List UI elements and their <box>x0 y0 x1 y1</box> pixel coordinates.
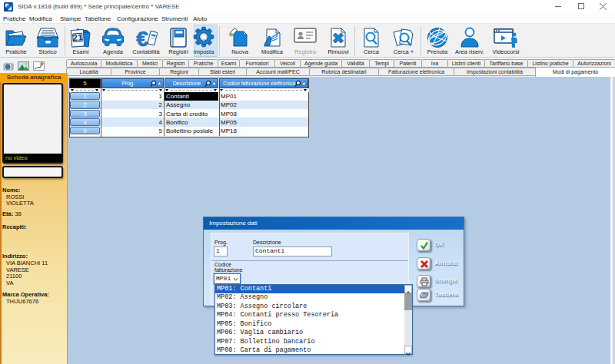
svg-text:€: € <box>136 27 148 49</box>
svg-text:21: 21 <box>72 32 83 42</box>
